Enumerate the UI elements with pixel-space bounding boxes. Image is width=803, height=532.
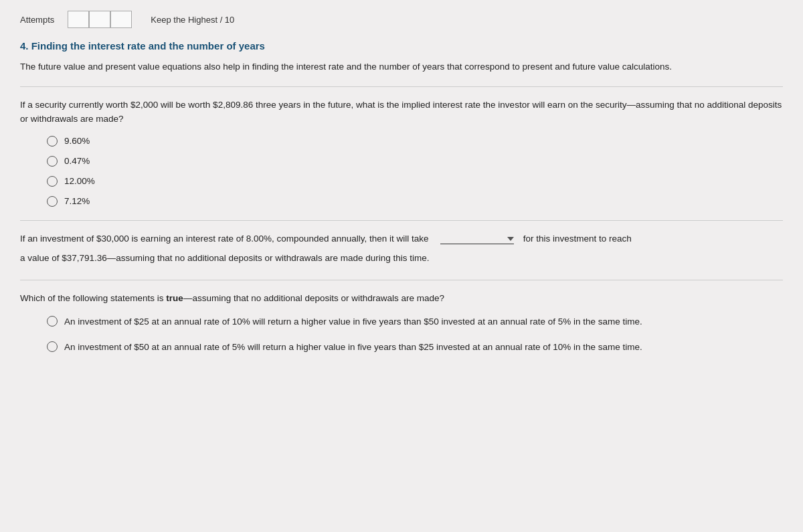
divider-1 xyxy=(20,86,783,87)
radio-label-1: 9.60% xyxy=(64,136,90,146)
section-title: 4. Finding the interest rate and the num… xyxy=(20,40,783,52)
radio-label-3: 12.00% xyxy=(64,176,95,186)
radio-label-4: 7.12% xyxy=(64,196,90,206)
q3-suffix: —assuming that no additional deposits or… xyxy=(183,293,444,303)
q2-dropdown-area[interactable]: 3 years 4 years 5 years xyxy=(440,234,514,244)
q3-prefix: Which of the following statements is xyxy=(20,293,166,303)
q3-option-1[interactable]: An investment of $25 at an annual rate o… xyxy=(47,315,783,329)
q3-option-1-text: An investment of $25 at an annual rate o… xyxy=(64,315,642,329)
q3-radio-circle-2[interactable] xyxy=(47,341,58,352)
q3-option-2-text: An investment of $50 at an annual rate o… xyxy=(64,340,642,355)
divider-2 xyxy=(20,220,783,221)
q2-second-line: a value of $37,791.36—assuming that no a… xyxy=(20,253,430,263)
q3-option-2[interactable]: An investment of $50 at an annual rate o… xyxy=(47,340,783,355)
section-number: 4. xyxy=(20,40,29,52)
question3-text: Which of the following statements is tru… xyxy=(20,291,783,306)
attempt-box-2[interactable] xyxy=(89,11,110,28)
attempt-box-1[interactable] xyxy=(68,11,89,28)
q2-after-dropdown: for this investment to reach xyxy=(523,234,632,244)
radio-circle-1[interactable] xyxy=(47,136,58,147)
question2-row1: If an investment of $30,000 is earning a… xyxy=(20,232,783,247)
question2-block: If an investment of $30,000 is earning a… xyxy=(20,232,783,266)
radio-circle-4[interactable] xyxy=(47,196,58,207)
description-text: The future value and present value equat… xyxy=(20,60,783,74)
page-container: Attempts Keep the Highest / 10 4. Findin… xyxy=(0,0,803,532)
question1-block: If a security currently worth $2,000 wil… xyxy=(20,98,783,207)
q3-bold: true xyxy=(166,293,183,303)
radio-option-2[interactable]: 0.47% xyxy=(47,156,783,167)
question1-options: 9.60% 0.47% 12.00% 7.12% xyxy=(47,136,783,207)
keep-highest-label: Keep the Highest / 10 xyxy=(151,15,234,25)
question3-block: Which of the following statements is tru… xyxy=(20,291,783,355)
radio-circle-2[interactable] xyxy=(47,156,58,167)
q3-radio-circle-1[interactable] xyxy=(47,316,58,327)
radio-option-1[interactable]: 9.60% xyxy=(47,136,783,147)
radio-label-2: 0.47% xyxy=(64,156,90,166)
q2-before-dropdown: If an investment of $30,000 is earning a… xyxy=(20,234,429,244)
divider-3 xyxy=(20,280,783,280)
attempts-boxes xyxy=(68,11,132,28)
question1-text: If a security currently worth $2,000 wil… xyxy=(20,98,783,126)
section-title-text: Finding the interest rate and the number… xyxy=(31,40,265,52)
radio-option-4[interactable]: 7.12% xyxy=(47,196,783,207)
question2-row2: a value of $37,791.36—assuming that no a… xyxy=(20,251,783,266)
top-bar: Attempts Keep the Highest / 10 xyxy=(20,11,783,28)
radio-circle-3[interactable] xyxy=(47,176,58,187)
radio-option-3[interactable]: 12.00% xyxy=(47,176,783,187)
q2-dropdown[interactable]: 3 years 4 years 5 years xyxy=(440,234,514,244)
attempts-label: Attempts xyxy=(20,15,54,25)
attempt-box-3[interactable] xyxy=(110,11,132,28)
